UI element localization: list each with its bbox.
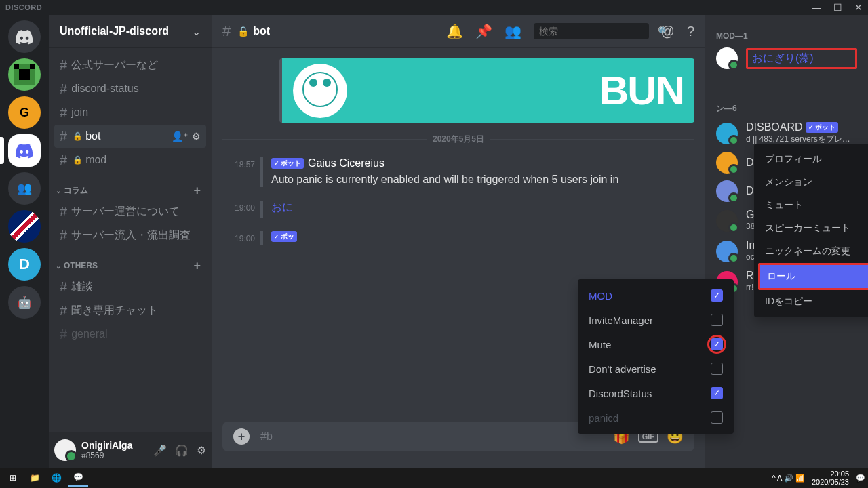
user-tag: #8569 xyxy=(81,451,153,460)
ctx-roles[interactable]: ロール› xyxy=(758,263,868,290)
window-close-button[interactable]: ✕ xyxy=(854,2,863,13)
search-input[interactable] xyxy=(539,26,658,37)
mentions-icon[interactable]: @ xyxy=(661,24,675,39)
channel-item[interactable]: #公式サーバーなど xyxy=(54,54,206,77)
add-member-icon[interactable]: 👤⁺ xyxy=(172,131,188,142)
search-bar[interactable]: 🔍 xyxy=(534,23,649,39)
channel-item[interactable]: #join xyxy=(54,101,206,124)
chat-area: # 🔒 bot 🔔 📌 👥 🔍 @ ? BUN 2 xyxy=(212,15,705,468)
ctx-speaker-mute[interactable]: スピーカーミュート xyxy=(758,217,868,240)
guild-server-active[interactable] xyxy=(8,134,41,167)
checkbox-icon[interactable] xyxy=(711,314,723,326)
role-option[interactable]: DiscordStatus xyxy=(582,381,730,405)
hash-icon: # xyxy=(60,81,67,97)
channel-item[interactable]: #🔒mod xyxy=(54,148,206,171)
checkbox-icon[interactable] xyxy=(711,363,723,375)
start-button[interactable]: ⊞ xyxy=(3,469,23,487)
message-author[interactable]: Gaius Cicereius xyxy=(308,157,384,169)
tray-icons[interactable]: ^ A 🔊 📶 xyxy=(772,474,804,483)
home-button[interactable] xyxy=(8,20,41,53)
mute-icon[interactable]: 🎤 xyxy=(153,444,167,457)
lock-icon: 🔒 xyxy=(73,155,83,165)
message-author[interactable]: おに xyxy=(271,201,293,215)
notifications-tray-icon[interactable]: 💬 xyxy=(856,474,865,483)
message: 18:57 ボット Gaius Cicereius Auto panic is … xyxy=(212,156,705,188)
taskbar-chrome[interactable]: 🌐 xyxy=(46,469,66,487)
chat-header: # 🔒 bot 🔔 📌 👥 🔍 @ ? xyxy=(212,15,705,47)
user-avatar[interactable] xyxy=(54,439,76,461)
channel-sidebar: Unofficial-JP-discord ⌄ #公式サーバーなど #disco… xyxy=(49,15,212,468)
taskbar-explorer[interactable]: 📁 xyxy=(24,469,45,487)
role-option-mod[interactable]: MOD xyxy=(582,283,730,308)
attach-button[interactable]: + xyxy=(233,428,250,445)
guild-server-4[interactable] xyxy=(8,210,41,243)
channel-item[interactable]: #聞き専用チャット xyxy=(54,299,206,322)
guild-server-3[interactable]: 👥 xyxy=(8,172,41,205)
checkbox-checked-icon[interactable] xyxy=(711,289,723,302)
members-icon[interactable]: 👥 xyxy=(505,23,521,39)
message-input[interactable]: #b xyxy=(260,430,613,443)
role-option[interactable]: Don't advertise xyxy=(582,357,730,381)
hash-icon: # xyxy=(60,279,67,295)
channel-item[interactable]: #discord-status xyxy=(54,77,206,100)
channel-item[interactable]: #サーバー運営について xyxy=(54,200,206,223)
guild-server-5[interactable]: D xyxy=(8,248,41,281)
window-maximize-button[interactable]: ☐ xyxy=(833,2,842,13)
help-icon[interactable]: ? xyxy=(687,24,694,39)
chevron-down-icon: ⌄ xyxy=(56,187,61,195)
notifications-icon[interactable]: 🔔 xyxy=(446,23,463,39)
roles-submenu: MOD InviteManager Mute Don't advertise D… xyxy=(578,279,734,434)
member-category: ン—6 xyxy=(711,92,863,117)
guild-server-6[interactable]: 🤖 xyxy=(8,286,41,319)
guild-list: G 👥 D 🤖 xyxy=(0,15,49,468)
deafen-icon[interactable]: 🎧 xyxy=(175,444,189,457)
member-avatar xyxy=(716,152,738,174)
add-channel-icon[interactable]: + xyxy=(193,184,201,198)
add-channel-icon[interactable]: + xyxy=(193,259,201,273)
member-mod[interactable]: おにぎり(藻) xyxy=(711,45,863,72)
channel-item[interactable]: #general xyxy=(54,323,206,346)
settings-icon[interactable]: ⚙ xyxy=(197,444,206,457)
lock-icon: 🔒 xyxy=(73,131,83,141)
message-timestamp: 19:00 xyxy=(222,231,260,245)
role-option[interactable]: panicd xyxy=(582,405,730,430)
guild-server-2[interactable]: G xyxy=(8,96,41,129)
channel-category[interactable]: ⌄コラム+ xyxy=(54,182,206,199)
checkbox-checked-icon[interactable] xyxy=(711,338,723,350)
role-option-mute[interactable]: Mute xyxy=(582,332,730,357)
hash-icon: # xyxy=(60,228,67,243)
ctx-copy-id[interactable]: IDをコピー xyxy=(758,290,868,313)
hash-icon: # xyxy=(60,204,67,220)
discord-logo-icon xyxy=(15,27,34,46)
ctx-nickname[interactable]: ニックネームの変更 xyxy=(758,240,868,263)
discord-wordmark: DISCORD xyxy=(5,3,42,12)
hash-icon: # xyxy=(60,152,67,168)
bot-badge: ボット xyxy=(271,158,304,169)
member-avatar xyxy=(716,47,738,69)
checkbox-icon[interactable] xyxy=(711,411,723,424)
channel-item-active[interactable]: #🔒bot👤⁺⚙ xyxy=(54,125,206,148)
taskbar-discord[interactable]: 💬 xyxy=(68,469,88,487)
hash-icon: # xyxy=(60,58,67,73)
bot-badge: ボット xyxy=(806,122,838,133)
guild-server-1[interactable] xyxy=(8,58,41,91)
message-text: Auto panic is currently enabled and will… xyxy=(271,172,694,187)
gear-icon[interactable]: ⚙ xyxy=(192,131,201,142)
user-context-menu: プロフィール メンション ミュート スピーカーミュート ニックネームの変更 ロー… xyxy=(754,144,868,317)
hash-icon: # xyxy=(60,129,67,144)
checkbox-checked-icon[interactable] xyxy=(711,387,723,399)
ctx-mute[interactable]: ミュート xyxy=(758,194,868,217)
channel-item[interactable]: #サーバー流入・流出調査 xyxy=(54,224,206,247)
ctx-mention[interactable]: メンション xyxy=(758,171,868,194)
banner-text: BUN xyxy=(599,67,684,114)
window-minimize-button[interactable]: — xyxy=(812,2,821,13)
role-option[interactable]: InviteManager xyxy=(582,308,730,332)
pinned-icon[interactable]: 📌 xyxy=(475,23,492,39)
bot-badge: ボッ xyxy=(271,231,297,242)
member-name: DISBOARDボット xyxy=(746,121,857,134)
ctx-profile[interactable]: プロフィール xyxy=(758,148,868,171)
server-header[interactable]: Unofficial-JP-discord ⌄ xyxy=(49,15,212,47)
chevron-down-icon: ⌄ xyxy=(56,262,61,270)
channel-category[interactable]: ⌄OTHERS+ xyxy=(54,258,206,274)
channel-item[interactable]: #雑談 xyxy=(54,275,206,298)
